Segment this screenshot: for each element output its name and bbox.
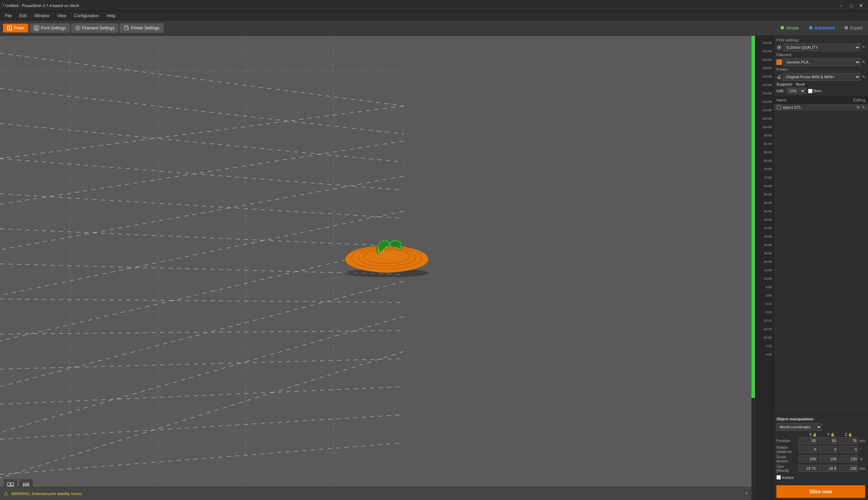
inches-checkbox[interactable]	[776, 475, 781, 480]
size-x-input[interactable]	[798, 465, 817, 472]
svg-point-11	[127, 28, 128, 29]
ruler-tick: 44.80	[755, 224, 772, 232]
svg-rect-44	[7, 483, 10, 486]
infill-row: Infill: 15% Brim	[776, 88, 865, 94]
height-slider[interactable]	[751, 36, 755, 500]
viewport[interactable]: 135.00 149.80 144.80 139.80 134.80 129.8…	[0, 36, 773, 500]
close-button[interactable]: ✕	[857, 2, 865, 9]
scale-z-input[interactable]	[839, 455, 858, 462]
y-column-header: Y 🔒	[823, 432, 839, 436]
mode-expert[interactable]: Expert	[842, 25, 865, 31]
menu-window[interactable]: Window	[31, 13, 53, 19]
svg-rect-4	[35, 29, 38, 31]
ruler-tick: -0.20	[755, 300, 772, 308]
ruler-tick: 84.80	[755, 156, 772, 165]
rotate-label: Rotate (relative):	[776, 445, 797, 454]
warning-icon: ⚠	[4, 490, 8, 497]
app-title: * Untitled - PrusaSlicer-2.7.4 based on …	[3, 4, 79, 8]
ruler-tick: 9.80	[755, 283, 772, 291]
ruler-tick: 124.80	[755, 89, 772, 98]
menu-file[interactable]: File	[1, 13, 15, 19]
filament-edit-icon[interactable]: ✎	[862, 60, 865, 65]
menu-view[interactable]: View	[54, 13, 70, 19]
rotate-x-input[interactable]	[799, 446, 817, 453]
menu-edit[interactable]: Edit	[16, 13, 30, 19]
position-row: Position: mm	[776, 437, 865, 444]
mode-simple[interactable]: Simple	[778, 25, 802, 31]
svg-line-24	[0, 443, 404, 474]
ruler-tick: 34.80	[755, 241, 772, 249]
edit-object-button[interactable]: ✎	[862, 105, 865, 110]
svg-line-12	[0, 53, 404, 106]
print-settings-section: Print settings: 0.20mm QUALITY ✎ Filamen…	[774, 36, 868, 96]
rotate-z-input[interactable]	[839, 446, 858, 453]
scale-x-input[interactable]	[799, 455, 817, 462]
ruler-tick: 109.80	[755, 114, 772, 123]
right-panel: Print settings: 0.20mm QUALITY ✎ Filamen…	[773, 36, 868, 500]
quality-edit-icon[interactable]: ✎	[862, 45, 865, 50]
filament-color-swatch[interactable]	[776, 59, 782, 65]
print-settings-button[interactable]: Print Settings	[30, 24, 69, 33]
slice-button[interactable]: Slice now	[776, 485, 865, 498]
size-z-input[interactable]	[839, 465, 858, 472]
supports-value: None	[796, 82, 805, 86]
menu-configuration[interactable]: Configuration	[71, 13, 102, 19]
maximize-button[interactable]: □	[847, 2, 855, 9]
ruler-tick: 69.80	[755, 182, 772, 190]
printer-settings-icon	[124, 25, 129, 31]
filament-settings-button[interactable]: Filament Settings	[71, 24, 119, 33]
object-list: Name Editing object.STL 👁 ✎	[774, 96, 868, 255]
brim-label: Brim	[814, 89, 822, 93]
ruler-tick: 89.80	[755, 148, 772, 156]
svg-line-15	[0, 159, 404, 190]
svg-line-21	[0, 359, 404, 369]
brim-checkbox[interactable]	[808, 89, 813, 93]
mode-advanced[interactable]: Advanced	[806, 25, 837, 31]
warning-close-button[interactable]: ✕	[745, 491, 748, 496]
ruler-tick: 99.80	[755, 131, 772, 140]
z-column-header: Z 🔒	[840, 432, 856, 436]
svg-line-20	[0, 331, 404, 334]
svg-line-23	[0, 415, 404, 439]
rotate-y-input[interactable]	[819, 446, 838, 453]
printer-row: 🖨 Original Prusa MINI & MINI+ ✎	[776, 73, 865, 81]
expert-dot	[844, 26, 848, 29]
filament-select[interactable]: Generic PLA	[783, 58, 861, 66]
printer-icon: 🖨	[776, 74, 781, 80]
printer-select[interactable]: Original Prusa MINI & MINI+	[783, 73, 861, 81]
plater-button[interactable]: Plater	[3, 24, 28, 33]
position-unit: mm	[859, 439, 865, 443]
infill-select[interactable]: 15%	[787, 88, 806, 94]
ruler-tick: 79.80	[755, 165, 772, 173]
printer-edit-icon[interactable]: ✎	[862, 75, 865, 79]
printer-settings-button[interactable]: Printer Settings	[120, 24, 163, 33]
position-x-input[interactable]	[798, 437, 817, 444]
svg-rect-53	[777, 106, 781, 109]
scale-unit: %	[860, 457, 865, 461]
3d-object[interactable]	[334, 221, 439, 278]
ruler-tick: 144.80	[755, 55, 772, 64]
x-lock-icon[interactable]: 🔒	[813, 433, 817, 436]
object-list-item[interactable]: object.STL 👁 ✎	[774, 104, 868, 111]
y-lock-icon[interactable]: 🔒	[830, 433, 835, 436]
toolbar: Plater Print Settings Filament Settings …	[0, 20, 868, 36]
visibility-toggle[interactable]: 👁	[856, 105, 860, 110]
quality-icon	[776, 45, 782, 50]
filament-label: Filament:	[776, 53, 865, 57]
svg-rect-5	[35, 27, 38, 27]
ruler-tick: 149.80	[755, 47, 772, 55]
size-y-input[interactable]	[819, 465, 837, 472]
brim-row: Brim	[808, 89, 822, 93]
scale-y-input[interactable]	[819, 455, 838, 462]
mode-tabs: Simple Advanced Expert	[778, 25, 865, 31]
warning-bar: ⚠ WARNING: Detected print stability issu…	[0, 487, 751, 500]
ruler-tick: 114.80	[755, 106, 772, 114]
z-lock-icon[interactable]: 🔒	[848, 433, 852, 436]
minimize-button[interactable]: −	[837, 2, 846, 9]
coordinate-system-select[interactable]: World coordinates	[776, 423, 822, 431]
position-y-input[interactable]	[819, 437, 837, 444]
ruler-tick: 14.80	[755, 274, 772, 283]
position-z-input[interactable]	[839, 437, 858, 444]
quality-select[interactable]: 0.20mm QUALITY	[783, 44, 861, 51]
menu-help[interactable]: Help	[103, 13, 119, 19]
